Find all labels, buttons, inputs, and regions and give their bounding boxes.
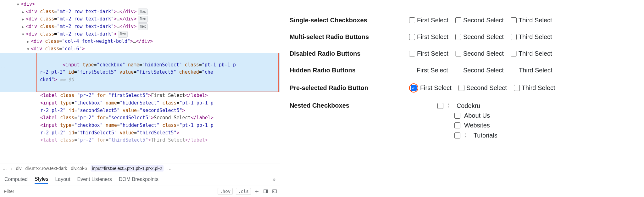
tab-computed[interactable]: Computed xyxy=(4,177,28,182)
checkbox[interactable] xyxy=(458,85,464,91)
row-label: Multi-select Radio Buttons xyxy=(290,33,409,41)
nested-root-label[interactable]: Codekru xyxy=(457,102,480,110)
checkbox[interactable] xyxy=(511,34,517,40)
flex-badge[interactable]: flex xyxy=(138,16,147,23)
breadcrumb-item[interactable]: div xyxy=(16,166,22,171)
styles-tabs: Computed Styles Layout Event Listeners D… xyxy=(0,173,280,185)
option-label[interactable]: Second Select xyxy=(466,84,507,92)
new-style-rule-icon[interactable] xyxy=(254,189,260,194)
computed-sidebar-icon[interactable] xyxy=(263,189,269,194)
option-label[interactable]: First Select xyxy=(417,33,448,41)
option-label[interactable]: First Select xyxy=(417,67,448,74)
checkbox-disabled xyxy=(409,51,415,57)
row-hidden-radio: Hidden Radio Buttons First Select Second… xyxy=(290,67,635,74)
checkbox[interactable] xyxy=(437,103,443,109)
option-label[interactable]: Third Select xyxy=(522,84,555,92)
styles-filter-bar: :hov .cls xyxy=(0,185,280,197)
checkbox[interactable] xyxy=(455,34,461,40)
breadcrumb-bar[interactable]: … ‹ div div.mt-2.row.text-dark div.col-6… xyxy=(0,164,280,173)
hov-toggle[interactable]: :hov xyxy=(218,188,233,195)
checkbox[interactable] xyxy=(455,17,461,23)
tab-styles[interactable]: Styles xyxy=(35,176,48,184)
row-nested: Nested Checkboxes 〉Codekru About Us Webs… xyxy=(290,102,635,142)
tab-dom-breakpoints[interactable]: DOM Breakpoints xyxy=(119,177,158,182)
row-preselected-radio: Pre-selected Radio Button ✓ First Select… xyxy=(290,83,635,93)
option-label[interactable]: Third Select xyxy=(519,67,552,74)
dom-tree[interactable]: ▼<div> ▶<div class="mt-2 row text-dark">… xyxy=(0,0,280,164)
checkbox[interactable] xyxy=(454,113,460,119)
devtools-panel: … ▼<div> ▶<div class="mt-2 row text-dark… xyxy=(0,0,280,197)
selected-dom-node[interactable]: <input type="checkbox" name="hiddenSelec… xyxy=(0,53,280,92)
checkbox[interactable] xyxy=(409,17,415,23)
highlight-ring: ✓ xyxy=(409,83,418,93)
option-label[interactable]: Second Select xyxy=(463,17,504,24)
option-label[interactable]: Second Select xyxy=(463,33,504,41)
breadcrumb-item[interactable]: div.mt-2.row.text-dark xyxy=(25,166,67,171)
dom-node[interactable]: <div> xyxy=(21,1,35,7)
breadcrumb-more[interactable]: … xyxy=(3,166,7,171)
divider xyxy=(290,7,635,7)
checkbox[interactable] xyxy=(454,132,460,138)
option-label[interactable]: First Select xyxy=(420,84,452,92)
checkbox[interactable] xyxy=(514,85,520,91)
checkbox[interactable] xyxy=(409,34,415,40)
form-page: Single-select Checkboxes First Select Se… xyxy=(280,0,644,197)
checkbox[interactable] xyxy=(511,17,517,23)
row-label: Single-select Checkboxes xyxy=(290,17,409,24)
tab-layout[interactable]: Layout xyxy=(55,177,70,182)
checkbox[interactable] xyxy=(454,122,460,128)
toggle-panel-icon[interactable] xyxy=(272,189,277,194)
option-label: First Select xyxy=(417,50,448,57)
checkbox-checked[interactable]: ✓ xyxy=(411,85,417,91)
option-label[interactable]: Third Select xyxy=(519,17,552,24)
flex-badge[interactable]: flex xyxy=(138,8,147,15)
option-label: Third Select xyxy=(519,50,552,57)
checkbox-disabled xyxy=(455,51,461,57)
option-label[interactable]: Second Select xyxy=(463,67,504,74)
nested-child-label[interactable]: Websites xyxy=(464,122,490,129)
svg-rect-1 xyxy=(266,190,268,193)
row-disabled-radio: Disabled Radio Buttons First Select Seco… xyxy=(290,50,635,57)
nested-child-label[interactable]: About Us xyxy=(464,112,490,119)
row-single-select: Single-select Checkboxes First Select Se… xyxy=(290,17,635,24)
checkbox-disabled xyxy=(511,51,517,57)
tab-event-listeners[interactable]: Event Listeners xyxy=(77,177,112,182)
row-label: Pre-selected Radio Button xyxy=(290,84,409,92)
breadcrumb-more[interactable]: … xyxy=(167,166,172,171)
nested-child-label[interactable]: Tutorials xyxy=(474,132,497,139)
option-label[interactable]: First Select xyxy=(417,17,448,24)
styles-filter-input[interactable] xyxy=(3,187,214,195)
tabs-more-icon[interactable]: » xyxy=(273,177,275,182)
flex-badge[interactable]: flex xyxy=(138,23,147,30)
chevron-right-icon[interactable]: 〉 xyxy=(464,132,470,139)
option-label[interactable]: Third Select xyxy=(519,33,552,41)
breadcrumb-item-selected[interactable]: input#firstSelect5.pt-1.pb-1.pr-2.pl-2 xyxy=(91,165,163,172)
flex-badge[interactable]: flex xyxy=(118,31,128,38)
row-label: Nested Checkboxes xyxy=(290,102,409,109)
breadcrumb-item[interactable]: div.col-6 xyxy=(71,166,87,171)
gutter-ellipsis: … xyxy=(1,63,5,68)
row-multi-radio: Multi-select Radio Buttons First Select … xyxy=(290,33,635,41)
row-label: Disabled Radio Buttons xyxy=(290,50,409,57)
cls-toggle[interactable]: .cls xyxy=(236,188,251,195)
option-label: Second Select xyxy=(463,50,504,57)
row-label: Hidden Radio Buttons xyxy=(290,67,409,74)
chevron-right-icon[interactable]: 〉 xyxy=(447,102,453,110)
